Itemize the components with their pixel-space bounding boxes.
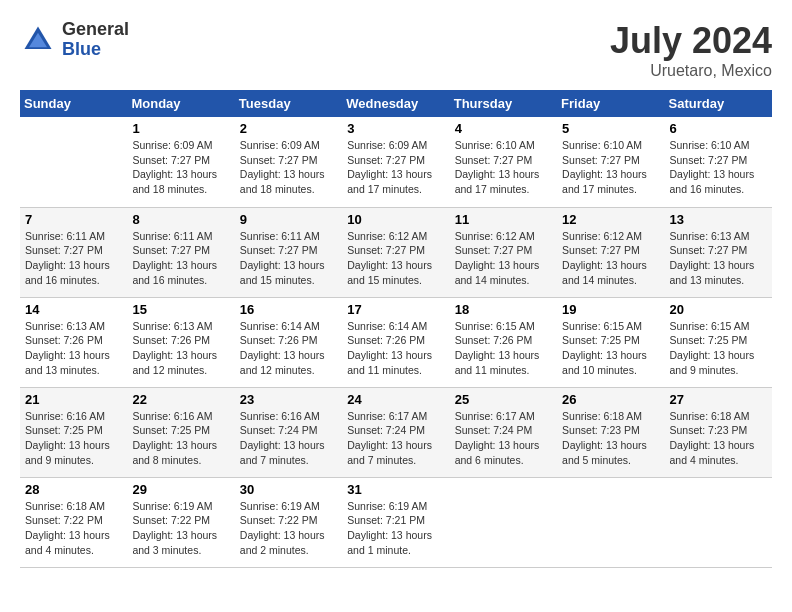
day-number: 19	[562, 302, 659, 317]
calendar-cell: 26Sunrise: 6:18 AMSunset: 7:23 PMDayligh…	[557, 387, 664, 477]
calendar-cell: 14Sunrise: 6:13 AMSunset: 7:26 PMDayligh…	[20, 297, 127, 387]
calendar-cell: 5Sunrise: 6:10 AMSunset: 7:27 PMDaylight…	[557, 117, 664, 207]
day-number: 24	[347, 392, 444, 407]
day-info: Sunrise: 6:11 AMSunset: 7:27 PMDaylight:…	[240, 229, 337, 288]
day-number: 31	[347, 482, 444, 497]
calendar-cell: 2Sunrise: 6:09 AMSunset: 7:27 PMDaylight…	[235, 117, 342, 207]
calendar-table: SundayMondayTuesdayWednesdayThursdayFrid…	[20, 90, 772, 568]
day-info: Sunrise: 6:16 AMSunset: 7:24 PMDaylight:…	[240, 409, 337, 468]
calendar-cell: 16Sunrise: 6:14 AMSunset: 7:26 PMDayligh…	[235, 297, 342, 387]
day-info: Sunrise: 6:11 AMSunset: 7:27 PMDaylight:…	[25, 229, 122, 288]
week-row: 7Sunrise: 6:11 AMSunset: 7:27 PMDaylight…	[20, 207, 772, 297]
day-info: Sunrise: 6:15 AMSunset: 7:26 PMDaylight:…	[455, 319, 552, 378]
week-row: 21Sunrise: 6:16 AMSunset: 7:25 PMDayligh…	[20, 387, 772, 477]
day-of-week-header: Sunday	[20, 90, 127, 117]
calendar-cell: 13Sunrise: 6:13 AMSunset: 7:27 PMDayligh…	[665, 207, 772, 297]
day-info: Sunrise: 6:10 AMSunset: 7:27 PMDaylight:…	[562, 138, 659, 197]
day-number: 18	[455, 302, 552, 317]
calendar-cell: 25Sunrise: 6:17 AMSunset: 7:24 PMDayligh…	[450, 387, 557, 477]
calendar-cell: 11Sunrise: 6:12 AMSunset: 7:27 PMDayligh…	[450, 207, 557, 297]
page-header: General Blue July 2024 Uruetaro, Mexico	[20, 20, 772, 80]
day-info: Sunrise: 6:14 AMSunset: 7:26 PMDaylight:…	[240, 319, 337, 378]
day-number: 10	[347, 212, 444, 227]
day-number: 16	[240, 302, 337, 317]
day-number: 29	[132, 482, 229, 497]
calendar-cell: 31Sunrise: 6:19 AMSunset: 7:21 PMDayligh…	[342, 477, 449, 567]
day-number: 26	[562, 392, 659, 407]
day-number: 4	[455, 121, 552, 136]
day-info: Sunrise: 6:09 AMSunset: 7:27 PMDaylight:…	[347, 138, 444, 197]
day-info: Sunrise: 6:13 AMSunset: 7:27 PMDaylight:…	[670, 229, 767, 288]
calendar-cell: 15Sunrise: 6:13 AMSunset: 7:26 PMDayligh…	[127, 297, 234, 387]
calendar-cell: 4Sunrise: 6:10 AMSunset: 7:27 PMDaylight…	[450, 117, 557, 207]
day-number: 2	[240, 121, 337, 136]
day-info: Sunrise: 6:18 AMSunset: 7:23 PMDaylight:…	[670, 409, 767, 468]
calendar-cell: 18Sunrise: 6:15 AMSunset: 7:26 PMDayligh…	[450, 297, 557, 387]
calendar-cell: 8Sunrise: 6:11 AMSunset: 7:27 PMDaylight…	[127, 207, 234, 297]
calendar-cell: 23Sunrise: 6:16 AMSunset: 7:24 PMDayligh…	[235, 387, 342, 477]
day-number: 28	[25, 482, 122, 497]
day-of-week-header: Friday	[557, 90, 664, 117]
day-number: 3	[347, 121, 444, 136]
day-info: Sunrise: 6:18 AMSunset: 7:23 PMDaylight:…	[562, 409, 659, 468]
day-number: 22	[132, 392, 229, 407]
calendar-body: 1Sunrise: 6:09 AMSunset: 7:27 PMDaylight…	[20, 117, 772, 567]
week-row: 28Sunrise: 6:18 AMSunset: 7:22 PMDayligh…	[20, 477, 772, 567]
day-number: 30	[240, 482, 337, 497]
calendar-cell: 21Sunrise: 6:16 AMSunset: 7:25 PMDayligh…	[20, 387, 127, 477]
day-number: 5	[562, 121, 659, 136]
day-info: Sunrise: 6:09 AMSunset: 7:27 PMDaylight:…	[240, 138, 337, 197]
day-info: Sunrise: 6:16 AMSunset: 7:25 PMDaylight:…	[25, 409, 122, 468]
day-number: 8	[132, 212, 229, 227]
logo-text: General Blue	[62, 20, 129, 60]
day-number: 13	[670, 212, 767, 227]
calendar-cell	[450, 477, 557, 567]
day-info: Sunrise: 6:09 AMSunset: 7:27 PMDaylight:…	[132, 138, 229, 197]
day-info: Sunrise: 6:12 AMSunset: 7:27 PMDaylight:…	[347, 229, 444, 288]
logo: General Blue	[20, 20, 129, 60]
day-number: 1	[132, 121, 229, 136]
day-number: 9	[240, 212, 337, 227]
day-number: 15	[132, 302, 229, 317]
day-number: 23	[240, 392, 337, 407]
calendar-cell: 9Sunrise: 6:11 AMSunset: 7:27 PMDaylight…	[235, 207, 342, 297]
calendar-title: July 2024	[610, 20, 772, 62]
calendar-cell: 20Sunrise: 6:15 AMSunset: 7:25 PMDayligh…	[665, 297, 772, 387]
day-info: Sunrise: 6:17 AMSunset: 7:24 PMDaylight:…	[455, 409, 552, 468]
logo-icon	[20, 22, 56, 58]
logo-blue: Blue	[62, 40, 129, 60]
calendar-cell	[20, 117, 127, 207]
day-number: 12	[562, 212, 659, 227]
calendar-cell: 27Sunrise: 6:18 AMSunset: 7:23 PMDayligh…	[665, 387, 772, 477]
day-number: 17	[347, 302, 444, 317]
day-info: Sunrise: 6:10 AMSunset: 7:27 PMDaylight:…	[455, 138, 552, 197]
day-of-week-header: Tuesday	[235, 90, 342, 117]
day-info: Sunrise: 6:16 AMSunset: 7:25 PMDaylight:…	[132, 409, 229, 468]
day-info: Sunrise: 6:19 AMSunset: 7:21 PMDaylight:…	[347, 499, 444, 558]
calendar-cell	[557, 477, 664, 567]
calendar-header: SundayMondayTuesdayWednesdayThursdayFrid…	[20, 90, 772, 117]
day-info: Sunrise: 6:10 AMSunset: 7:27 PMDaylight:…	[670, 138, 767, 197]
day-info: Sunrise: 6:17 AMSunset: 7:24 PMDaylight:…	[347, 409, 444, 468]
title-block: July 2024 Uruetaro, Mexico	[610, 20, 772, 80]
day-of-week-header: Monday	[127, 90, 234, 117]
calendar-cell: 24Sunrise: 6:17 AMSunset: 7:24 PMDayligh…	[342, 387, 449, 477]
day-number: 7	[25, 212, 122, 227]
day-number: 11	[455, 212, 552, 227]
day-info: Sunrise: 6:14 AMSunset: 7:26 PMDaylight:…	[347, 319, 444, 378]
day-info: Sunrise: 6:19 AMSunset: 7:22 PMDaylight:…	[132, 499, 229, 558]
calendar-cell: 6Sunrise: 6:10 AMSunset: 7:27 PMDaylight…	[665, 117, 772, 207]
days-of-week-row: SundayMondayTuesdayWednesdayThursdayFrid…	[20, 90, 772, 117]
calendar-cell: 28Sunrise: 6:18 AMSunset: 7:22 PMDayligh…	[20, 477, 127, 567]
day-number: 6	[670, 121, 767, 136]
week-row: 14Sunrise: 6:13 AMSunset: 7:26 PMDayligh…	[20, 297, 772, 387]
day-info: Sunrise: 6:13 AMSunset: 7:26 PMDaylight:…	[132, 319, 229, 378]
calendar-cell: 12Sunrise: 6:12 AMSunset: 7:27 PMDayligh…	[557, 207, 664, 297]
day-of-week-header: Wednesday	[342, 90, 449, 117]
day-of-week-header: Thursday	[450, 90, 557, 117]
calendar-cell: 3Sunrise: 6:09 AMSunset: 7:27 PMDaylight…	[342, 117, 449, 207]
calendar-cell: 22Sunrise: 6:16 AMSunset: 7:25 PMDayligh…	[127, 387, 234, 477]
day-info: Sunrise: 6:15 AMSunset: 7:25 PMDaylight:…	[670, 319, 767, 378]
day-info: Sunrise: 6:12 AMSunset: 7:27 PMDaylight:…	[562, 229, 659, 288]
day-info: Sunrise: 6:19 AMSunset: 7:22 PMDaylight:…	[240, 499, 337, 558]
